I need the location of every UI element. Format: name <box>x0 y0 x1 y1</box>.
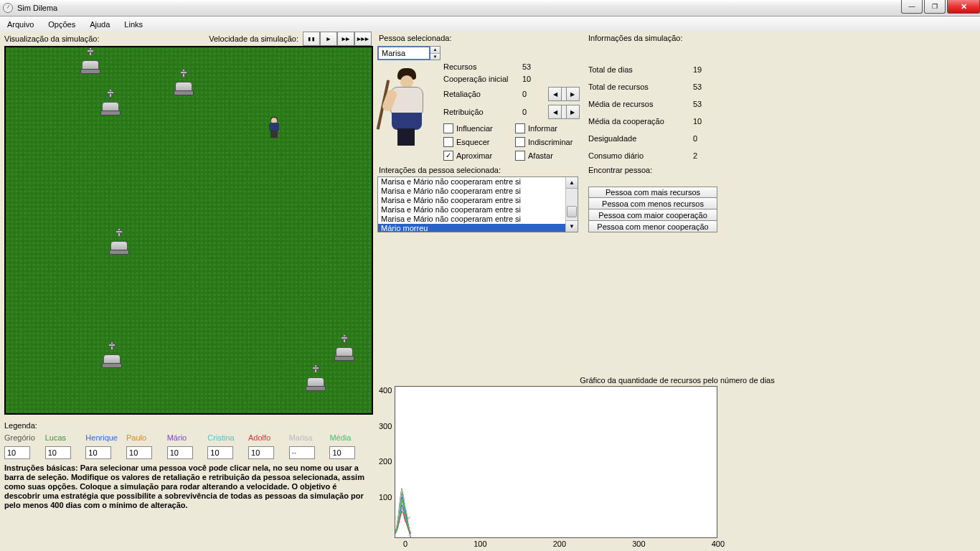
retaliacao-stepper[interactable]: ◀▶ <box>548 87 580 101</box>
interaction-line[interactable]: Marisa e Mário não cooperaram entre si <box>378 187 578 196</box>
tombstone-sprite <box>100 95 119 113</box>
selected-name-spinner[interactable]: ▲▼ <box>430 46 440 60</box>
scroll-down-icon[interactable]: ▼ <box>566 220 578 232</box>
chart-y-axis: 400300200100 <box>379 386 395 537</box>
interaction-line[interactable]: Marisa e Mário não cooperaram entre si <box>378 196 578 205</box>
minimize-button[interactable]: — <box>901 0 923 14</box>
info-mcoop-label: Média da cooperação <box>588 117 693 126</box>
selected-name-input[interactable] <box>377 46 430 60</box>
info-dias-value: 19 <box>693 65 719 74</box>
legend-name[interactable]: Adolfo <box>248 433 289 442</box>
legend-value-input[interactable] <box>329 446 355 459</box>
speed-faster-button[interactable]: ▶▶▶ <box>354 32 372 46</box>
scroll-thumb[interactable] <box>567 206 577 217</box>
menu-opcoes[interactable]: Opções <box>41 17 83 32</box>
selected-person-header: Pessoa selecionada: <box>374 32 584 44</box>
chevron-left-icon[interactable]: ◀ <box>548 105 562 119</box>
info-dias-label: Total de dias <box>588 65 693 74</box>
info-cons-value: 2 <box>693 151 719 160</box>
legend-name[interactable]: Gregório <box>4 433 45 442</box>
legend-value-input[interactable] <box>126 446 152 459</box>
instructions-text: Instruções básicas: Para selecionar uma … <box>0 461 374 513</box>
window-title: Sim Dilema <box>17 4 57 12</box>
interaction-line[interactable]: Mário morreu <box>378 224 578 232</box>
chart-x-axis: 0100200300400 <box>403 540 725 548</box>
interaction-line[interactable]: Marisa e Mário não cooperaram entre si <box>378 215 578 224</box>
find-least-coop-button[interactable]: Pessoa com menor cooperação <box>588 221 717 232</box>
legend-name[interactable]: Paulo <box>126 433 167 442</box>
legend-label: Legenda: <box>4 419 370 432</box>
menu-arquivo[interactable]: Arquivo <box>0 17 41 32</box>
legend-value-input[interactable] <box>85 446 111 459</box>
maximize-button[interactable]: ❐ <box>924 0 946 14</box>
chevron-right-icon[interactable]: ▶ <box>566 105 580 119</box>
legend-name[interactable]: Cristina <box>207 433 248 442</box>
checkbox-afastar[interactable]: Afastar <box>515 151 587 161</box>
person-sprite[interactable] <box>265 118 283 139</box>
tombstone-sprite <box>80 53 99 72</box>
stat-recursos-label: Recursos <box>443 62 522 71</box>
tombstone-sprite <box>334 340 353 359</box>
scroll-up-icon[interactable]: ▲ <box>566 177 578 189</box>
info-mcoop-value: 10 <box>693 117 719 126</box>
checkbox-informar[interactable]: Informar <box>515 123 587 133</box>
sim-info-header: Informações da simulação: <box>584 32 980 44</box>
tombstone-sprite <box>174 75 192 93</box>
speed-play-button[interactable]: ▶ <box>320 32 337 46</box>
interactions-scrollbar[interactable]: ▲ ▼ <box>565 177 578 232</box>
info-desig-value: 0 <box>693 134 719 143</box>
sim-view-label: Visualização da simulação: <box>0 32 103 45</box>
chart-title: Gráfico da quantidade de recursos pelo n… <box>379 376 976 385</box>
legend-value-input[interactable] <box>289 446 315 459</box>
stat-retal-value: 0 <box>522 90 548 98</box>
tombstone-sprite <box>102 347 121 366</box>
stat-retrib-label: Retribuição <box>443 108 522 116</box>
menu-links[interactable]: Links <box>117 17 150 32</box>
legend-name[interactable]: Mário <box>167 433 208 442</box>
find-most-coop-button[interactable]: Pessoa com maior cooperação <box>588 209 717 221</box>
app-icon <box>3 3 13 13</box>
info-rec-label: Total de recursos <box>588 83 693 91</box>
checkbox-esquecer[interactable]: Esquecer <box>443 137 515 147</box>
speed-fast-button[interactable]: ▶▶ <box>337 32 354 46</box>
speed-pause-button[interactable]: ▮▮ <box>303 32 320 46</box>
info-desig-label: Desigualdade <box>588 134 693 143</box>
sim-speed-label: Velocidade da simulação: <box>204 32 303 45</box>
find-most-resources-button[interactable]: Pessoa com mais recursos <box>588 187 717 198</box>
close-button[interactable]: ✕ <box>947 0 980 14</box>
retribuicao-stepper[interactable]: ◀▶ <box>548 105 580 119</box>
info-rec-value: 53 <box>693 83 719 91</box>
interaction-line[interactable]: Marisa e Mário não cooperaram entre si <box>378 205 578 215</box>
interactions-header: Interações da pessoa selecionada: <box>374 164 584 176</box>
stat-coop-label: Cooperação inicial <box>443 75 522 83</box>
chevron-right-icon[interactable]: ▶ <box>566 87 580 101</box>
menu-ajuda[interactable]: Ajuda <box>83 17 117 32</box>
legend-value-input[interactable] <box>4 446 30 459</box>
legend-name[interactable]: Lucas <box>45 433 86 442</box>
find-least-resources-button[interactable]: Pessoa com menos recursos <box>588 198 717 209</box>
simulation-view[interactable] <box>4 46 373 415</box>
legend-value-input[interactable] <box>207 446 233 459</box>
legend-value-input[interactable] <box>167 446 193 459</box>
interaction-line[interactable]: Marisa e Mário não cooperaram entre si <box>378 177 578 187</box>
find-person-header: Encontrar pessoa: <box>588 164 976 176</box>
legend-value-input[interactable] <box>248 446 274 459</box>
speed-controls: ▮▮ ▶ ▶▶ ▶▶▶ <box>303 32 372 46</box>
chevron-left-icon[interactable]: ◀ <box>548 87 562 101</box>
stat-retrib-value: 0 <box>522 108 548 116</box>
legend-name[interactable]: Henrique <box>85 433 126 442</box>
checkbox-influenciar[interactable]: Influenciar <box>443 123 515 133</box>
legend-name[interactable]: Média <box>329 433 370 442</box>
selected-person-avatar <box>377 65 435 151</box>
stat-recursos-value: 53 <box>522 62 548 71</box>
legend-name[interactable]: Marisa <box>289 433 330 442</box>
info-cons-label: Consumo diário <box>588 151 693 160</box>
interactions-listbox[interactable]: Marisa e Mário não cooperaram entre siMa… <box>377 176 578 232</box>
stat-retal-label: Retaliação <box>443 90 522 98</box>
tombstone-sprite <box>306 370 324 389</box>
tombstone-sprite <box>109 234 128 253</box>
checkbox-aproximar[interactable]: ✓Aproximar <box>443 151 515 161</box>
window-titlebar: Sim Dilema — ❐ ✕ <box>0 0 980 17</box>
legend-value-input[interactable] <box>45 446 71 459</box>
checkbox-indiscriminar[interactable]: Indiscriminar <box>515 137 587 147</box>
